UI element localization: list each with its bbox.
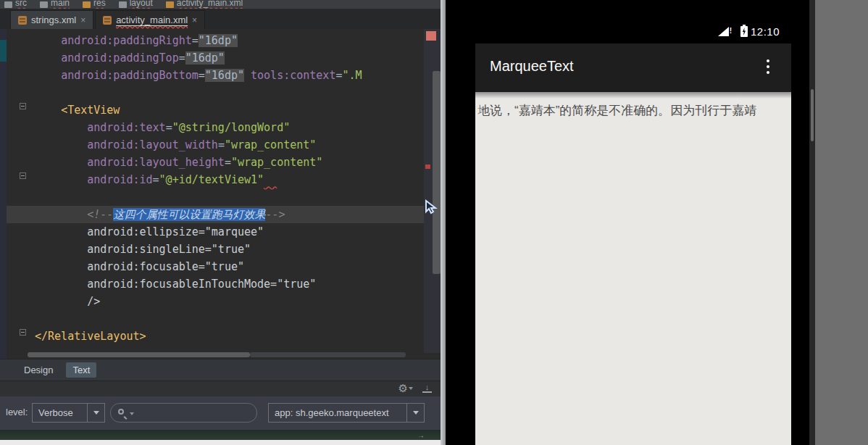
fold-icon[interactable]: [20, 103, 26, 109]
status-bar: ! 12:10: [475, 20, 791, 43]
level-label: level:: [6, 407, 28, 417]
breadcrumb-activity-main[interactable]: activity_main.xml: [166, 0, 243, 9]
xml-file-icon: [166, 1, 174, 8]
console-strip: →: [0, 430, 441, 440]
overflow-menu-icon[interactable]: [767, 59, 769, 77]
vertical-scrollbar[interactable]: [433, 71, 441, 274]
error-marker-icon[interactable]: [426, 31, 436, 41]
design-text-switcher: Design Text: [0, 359, 441, 380]
horizontal-scrollbar-track: [250, 352, 406, 357]
chevron-down-icon: [406, 404, 424, 422]
logcat-search-input[interactable]: [110, 403, 257, 423]
logcat-filter-bar: level: Verbose app: sh.geeko.marqueetext: [0, 396, 441, 430]
chevron-down-icon: [130, 412, 134, 415]
fold-icon[interactable]: [20, 329, 26, 336]
marquee-container: 地说，“嘉靖本”的简称是不准确的。因为刊行于嘉靖: [475, 101, 791, 120]
window-right-edge[interactable]: [441, 0, 446, 445]
marquee-fade-left: [475, 101, 482, 120]
folder-icon: [40, 1, 48, 8]
fold-icon[interactable]: [20, 172, 26, 179]
error-stripe[interactable]: [424, 29, 441, 353]
bolt-icon: [742, 28, 746, 36]
tab-design[interactable]: Design: [24, 365, 53, 375]
tab-strings-xml[interactable]: strings.xml ×: [10, 10, 93, 29]
mouse-cursor-icon: [424, 199, 438, 215]
desktop-background: [815, 0, 868, 445]
page-title: MarqueeText: [490, 58, 574, 75]
breadcrumb: src main res layout activity_main.xml: [0, 0, 441, 9]
xml-file-icon: [18, 16, 27, 25]
folder-icon: [4, 1, 12, 8]
tab-label: strings.xml: [31, 14, 76, 25]
panel-selection-marker: [0, 40, 7, 62]
tab-text[interactable]: Text: [66, 362, 96, 378]
chevron-down-icon: [409, 387, 413, 390]
breadcrumb-res[interactable]: res: [83, 0, 106, 9]
screenshot-root: src main res layout activity_main.xml st…: [0, 0, 868, 445]
phone-edge: [809, 0, 815, 445]
log-level-dropdown[interactable]: Verbose: [32, 403, 105, 423]
horizontal-scrollbar[interactable]: [28, 352, 250, 357]
close-icon[interactable]: ×: [80, 15, 85, 25]
folder-icon: [119, 1, 127, 8]
signal-icon: [718, 27, 729, 36]
tab-label: activity_main.xml: [116, 14, 188, 25]
import-icon[interactable]: ↓: [422, 383, 432, 393]
status-clock: 12:10: [751, 25, 780, 38]
breadcrumb-layout[interactable]: layout: [119, 0, 153, 9]
action-bar-shadow: [475, 92, 791, 99]
error-marker-icon[interactable]: [425, 165, 430, 169]
close-icon[interactable]: ×: [192, 15, 197, 25]
ide-window: src main res layout activity_main.xml st…: [0, 0, 446, 445]
xml-file-icon: [103, 16, 112, 25]
gear-icon[interactable]: ⚙: [398, 383, 408, 394]
code-area[interactable]: android:paddingRight="16dp" android:padd…: [7, 29, 424, 353]
folder-icon: [83, 1, 91, 8]
phone-power-button: [811, 89, 814, 141]
breadcrumb-main[interactable]: main: [40, 0, 70, 9]
signal-alert-icon: !: [730, 27, 732, 35]
marquee-fade-right: [785, 101, 791, 120]
chevron-down-icon: [87, 404, 104, 422]
window-bottom-edge: [0, 440, 443, 445]
app-filter-dropdown[interactable]: app: sh.geeko.marqueetext: [268, 403, 425, 423]
phone-screen: ! 12:10 MarqueeText 地说，“嘉靖本”的简称是不准确的。因为刊…: [475, 20, 791, 445]
editor-tab-bar: strings.xml × activity_main.xml ×: [0, 9, 441, 29]
logcat-toolbar: ⚙ ↓: [0, 380, 441, 396]
search-icon: [118, 409, 124, 415]
tab-activity-main-xml[interactable]: activity_main.xml ×: [95, 10, 205, 29]
breadcrumb-src[interactable]: src: [4, 0, 27, 9]
project-panel-edge: [0, 29, 7, 380]
marquee-text: 地说，“嘉靖本”的简称是不准确的。因为刊行于嘉靖: [477, 101, 756, 120]
battery-charging-icon: [740, 26, 748, 37]
arrow-icon: →: [417, 431, 425, 439]
action-bar: MarqueeText: [475, 43, 791, 92]
